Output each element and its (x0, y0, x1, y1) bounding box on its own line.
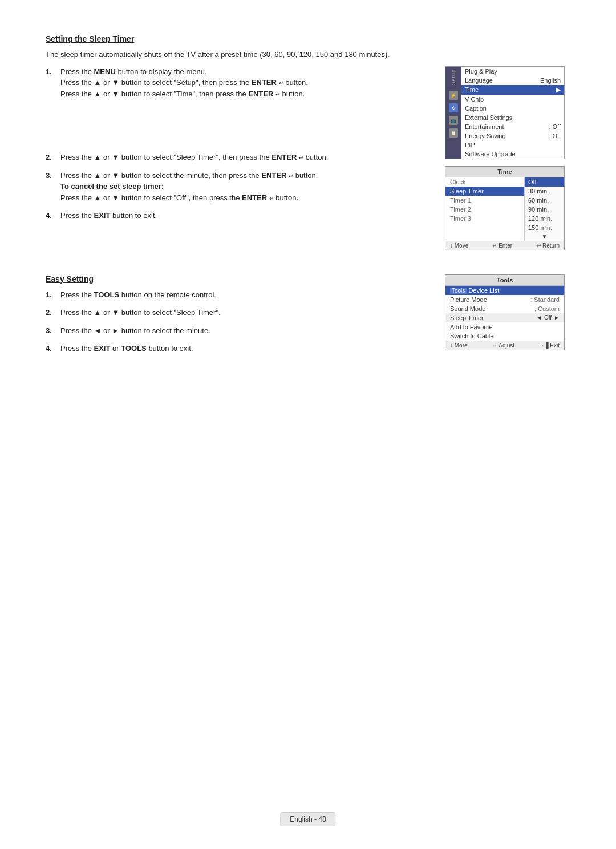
menu-row-software: Software Upgrade (461, 149, 564, 159)
time-row-timer2: Timer 2 (445, 205, 524, 214)
time-label: Time (465, 86, 479, 94)
option-60: 60 min. (525, 196, 564, 205)
time-row-clock: Clock (445, 177, 524, 187)
step-1-num: 1. (46, 66, 56, 100)
easy-step-4: 4. Press the EXIT or TOOLS button to exi… (46, 343, 428, 354)
time-menu-footer: ↕ Move ↵ Enter ↩ Return (445, 241, 564, 250)
step-3-num: 3. (46, 170, 56, 204)
step-1-text: Press the MENU button to display the men… (60, 67, 207, 76)
pip-label: PIP (465, 142, 475, 148)
easy-step-1-content: Press the TOOLS button on the remote con… (60, 289, 428, 301)
right-arrow: ► (554, 314, 560, 321)
cancel-text: Press the ▲ or ▼ button to select "Off",… (60, 193, 298, 202)
sound-mode-label: Sound Mode (450, 305, 485, 312)
note-icon: 📋 (449, 128, 458, 138)
footer-enter: ↵ Enter (492, 242, 512, 249)
language-value: English (540, 77, 561, 84)
entertainment-label: Entertainment (465, 123, 504, 130)
easy-step-4-num: 4. (46, 343, 56, 354)
step-2-content: Press the ▲ or ▼ button to select "Sleep… (60, 152, 428, 163)
time-left-items: Clock Sleep Timer Timer 1 Timer 2 Timer (445, 177, 524, 241)
page-content: Setting the Sleep Timer The sleep timer … (0, 0, 616, 407)
entertainment-value: : Off (549, 123, 561, 130)
picture-mode-label: Picture Mode (450, 296, 487, 303)
sleep-timer-label: Sleep Timer (450, 188, 484, 195)
time-arrow: ▶ (556, 86, 561, 94)
software-label: Software Upgrade (465, 151, 516, 157)
setup-menu-screenshot: Setup ⚡ ⚙ 📺 📋 Plug & Play (445, 66, 565, 159)
tools-row-devicelist: Tools Device List (445, 286, 564, 295)
step-3: 3. Press the ▲ or ▼ button to select the… (46, 170, 428, 204)
easy-step-2-content: Press the ▲ or ▼ button to select "Sleep… (60, 307, 428, 318)
step-1-sub2: Press the ▲ or ▼ button to select "Time"… (60, 88, 428, 100)
easy-step-3-text: Press the ◄ or ► button to select the mi… (60, 326, 210, 335)
easy-setting-section: Easy Setting 1. Press the TOOLS button o… (46, 274, 570, 361)
option-90: 90 min. (525, 205, 564, 214)
easy-title: Easy Setting (46, 274, 428, 284)
description: The sleep timer automatically shuts off … (46, 49, 570, 60)
easy-step-4-text: Press the EXIT or TOOLS button to exit. (60, 344, 193, 353)
time-menu-screenshot: Time Clock Sleep Timer Timer 1 Ti (445, 166, 565, 250)
easy-step-1-text: Press the TOOLS button on the remote con… (60, 290, 216, 299)
step-4: 4. Press the EXIT button to exit. (46, 210, 428, 221)
external-label: External Settings (465, 114, 512, 121)
page-footer: English - 48 (280, 812, 335, 826)
option-120: 120 min. (525, 214, 564, 223)
easy-step-4-content: Press the EXIT or TOOLS button to exit. (60, 343, 428, 354)
screenshots-column: Setup ⚡ ⚙ 📺 📋 Plug & Play (445, 66, 570, 257)
section-title: Setting the Sleep Timer (46, 34, 570, 43)
menu-row-plugplay: Plug & Play (461, 67, 564, 76)
step-2-text: Press the ▲ or ▼ button to select "Sleep… (60, 153, 328, 161)
easy-step-1-num: 1. (46, 289, 56, 301)
setup-menu-content: Plug & Play Language English Time ▶ V-Ch… (461, 67, 564, 159)
tools-footer-exit: →▐ Exit (538, 342, 560, 349)
step-3-content: Press the ▲ or ▼ button to select the mi… (60, 170, 428, 204)
step-2-num: 2. (46, 152, 56, 163)
step-4-text: Press the EXIT button to exit. (60, 211, 157, 220)
time-right-options: Off 30 min. 60 min. 90 min. 120 min. 150… (524, 177, 564, 241)
setup-menu-sidebar: Setup ⚡ ⚙ 📺 📋 Plug & Play (445, 67, 564, 159)
plug-icon: ⚡ (449, 91, 458, 100)
time-menu-header: Time (445, 167, 564, 177)
tools-menu-screenshot: Tools Tools Device List Picture Mode : S… (445, 274, 565, 350)
time-right-panel: Clock Sleep Timer Timer 1 Timer 2 Timer (445, 177, 564, 241)
time-row-sleep: Sleep Timer (445, 187, 524, 196)
step-2: 2. Press the ▲ or ▼ button to select "Sl… (46, 152, 428, 163)
step-1-sub1: Press the ▲ or ▼ button to select "Setup… (60, 77, 428, 88)
left-arrow: ◄ (536, 314, 542, 321)
sleep-label: Sleep Timer (450, 314, 484, 321)
tools-row-cable: Switch to Cable (445, 331, 564, 341)
easy-content-area: Easy Setting 1. Press the TOOLS button o… (46, 274, 570, 361)
step-1: 1. Press the MENU button to display the … (46, 66, 428, 100)
step-1-content: Press the MENU button to display the men… (60, 66, 428, 100)
tools-row-favorite: Add to Favorite (445, 322, 564, 331)
step-3-text: Press the ▲ or ▼ button to select the mi… (60, 171, 318, 180)
language-label: Language (465, 77, 493, 84)
main-content-area: 1. Press the MENU button to display the … (46, 66, 570, 257)
menu-row-caption: Caption (461, 104, 564, 113)
energy-label: Energy Saving (465, 132, 506, 139)
tools-blue-badge: Tools (450, 288, 467, 294)
timer2-label: Timer 2 (450, 206, 471, 213)
menu-row-external: External Settings (461, 113, 564, 122)
easy-step-2-text: Press the ▲ or ▼ button to select "Sleep… (60, 308, 221, 317)
option-150: 150 min. (525, 223, 564, 232)
menu-row-language: Language English (461, 76, 564, 85)
tools-menu-header: Tools (445, 275, 564, 286)
setup-menu-left-sidebar: Setup ⚡ ⚙ 📺 📋 (445, 67, 461, 159)
clock-label: Clock (450, 179, 466, 185)
menu-row-pip: PIP (461, 140, 564, 149)
easy-step-2: 2. Press the ▲ or ▼ button to select "Sl… (46, 307, 428, 318)
tools-menu-footer: ↕ More ↔ Adjust →▐ Exit (445, 341, 564, 350)
sleep-off-value: Off (544, 314, 552, 321)
easy-step-2-num: 2. (46, 307, 56, 318)
picture-mode-value: : Standard (530, 296, 560, 303)
option-30: 30 min. (525, 187, 564, 196)
tools-screenshots: Tools Tools Device List Picture Mode : S… (445, 274, 570, 361)
favorite-label: Add to Favorite (450, 324, 493, 330)
menu-row-time: Time ▶ (461, 85, 564, 95)
menu-row-entertainment: Entertainment : Off (461, 122, 564, 131)
menu-row-energy: Energy Saving : Off (461, 131, 564, 140)
tools-row-sleep: Sleep Timer ◄ Off ► (445, 313, 564, 322)
menu-row-vchip: V-Chip (461, 95, 564, 104)
